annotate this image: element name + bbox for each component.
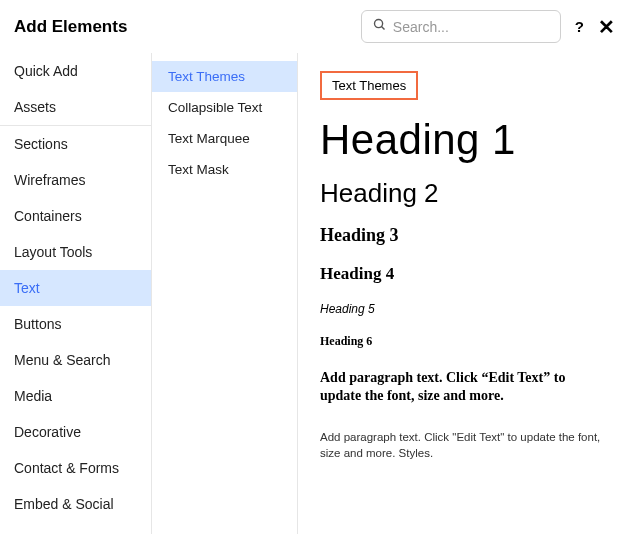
subcat-text-marquee[interactable]: Text Marquee [152, 123, 297, 154]
subcategory-list: Text Themes Collapsible Text Text Marque… [152, 53, 298, 534]
search-input-wrapper[interactable] [361, 10, 561, 43]
heading-4-sample[interactable]: Heading 4 [320, 264, 607, 284]
heading-5-sample[interactable]: Heading 5 [320, 302, 607, 316]
close-icon[interactable]: ✕ [598, 17, 615, 37]
paragraph-sample-2[interactable]: Add paragraph text. Click "Edit Text" to… [320, 429, 607, 461]
category-sections[interactable]: Sections [0, 126, 151, 162]
category-assets[interactable]: Assets [0, 89, 151, 125]
preview-pane: Text Themes Heading 1 Heading 2 Heading … [298, 53, 629, 534]
category-text[interactable]: Text [0, 270, 151, 306]
subcat-text-themes[interactable]: Text Themes [152, 61, 297, 92]
search-input[interactable] [393, 19, 550, 35]
category-quick-add[interactable]: Quick Add [0, 53, 151, 89]
preview-section-label: Text Themes [320, 71, 418, 100]
svg-point-0 [374, 20, 382, 28]
search-icon [372, 17, 387, 36]
heading-3-sample[interactable]: Heading 3 [320, 225, 607, 246]
subcat-text-mask[interactable]: Text Mask [152, 154, 297, 185]
category-menu-search[interactable]: Menu & Search [0, 342, 151, 378]
category-layout-tools[interactable]: Layout Tools [0, 234, 151, 270]
category-embed-social[interactable]: Embed & Social [0, 486, 151, 522]
panel-title: Add Elements [14, 17, 127, 37]
category-buttons[interactable]: Buttons [0, 306, 151, 342]
help-icon[interactable]: ? [575, 18, 584, 35]
svg-line-1 [381, 27, 384, 30]
category-containers[interactable]: Containers [0, 198, 151, 234]
heading-1-sample[interactable]: Heading 1 [320, 116, 607, 164]
category-decorative[interactable]: Decorative [0, 414, 151, 450]
category-wireframes[interactable]: Wireframes [0, 162, 151, 198]
category-media[interactable]: Media [0, 378, 151, 414]
paragraph-sample-1[interactable]: Add paragraph text. Click “Edit Text” to… [320, 369, 607, 405]
heading-6-sample[interactable]: Heading 6 [320, 334, 607, 349]
subcat-collapsible-text[interactable]: Collapsible Text [152, 92, 297, 123]
category-contact-forms[interactable]: Contact & Forms [0, 450, 151, 486]
heading-2-sample[interactable]: Heading 2 [320, 178, 607, 209]
category-list: Quick Add Assets Sections Wireframes Con… [0, 53, 152, 534]
